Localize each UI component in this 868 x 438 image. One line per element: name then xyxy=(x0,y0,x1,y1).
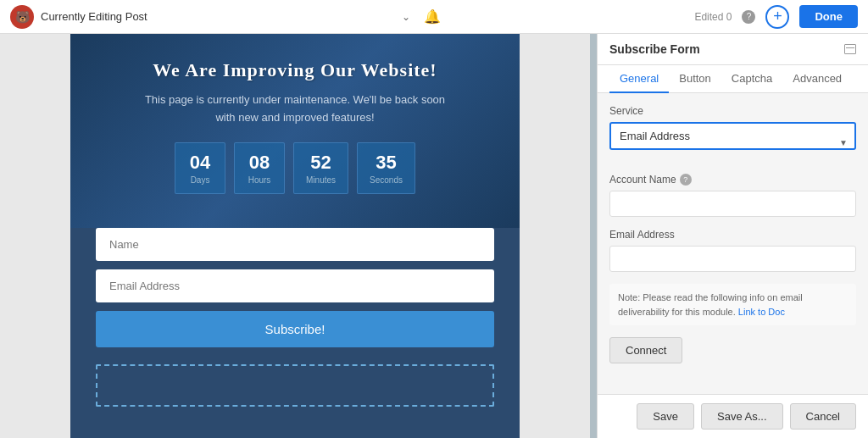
main-content: We Are Improving Our Website! This page … xyxy=(0,34,868,438)
hero-title: We Are Improving Our Website! xyxy=(104,59,486,81)
panel-tabs: General Button Captcha Advanced xyxy=(598,65,868,93)
service-select-wrapper: Email Address ▼ xyxy=(609,122,856,162)
vertical-resize-bar[interactable] xyxy=(590,34,597,438)
account-name-input[interactable] xyxy=(609,191,856,217)
page-preview: We Are Improving Our Website! This page … xyxy=(70,34,520,438)
note-link[interactable]: Link to Doc xyxy=(738,307,785,317)
preview-hero: We Are Improving Our Website! This page … xyxy=(70,34,520,228)
panel-header: Subscribe Form xyxy=(598,34,868,65)
brand-logo: 🐻 xyxy=(10,5,34,29)
bell-icon[interactable]: 🔔 xyxy=(424,8,441,25)
countdown-hours: 08 Hours xyxy=(234,142,285,194)
tab-captcha[interactable]: Captcha xyxy=(721,65,782,93)
form-section: Subscribe! xyxy=(70,228,520,364)
note-text: Note: Please read the following info on … xyxy=(609,284,856,325)
dashed-section xyxy=(96,364,494,407)
email-address-input[interactable] xyxy=(609,246,856,272)
countdown-seconds: 35 Seconds xyxy=(357,142,415,194)
canvas-area: We Are Improving Our Website! This page … xyxy=(0,34,590,438)
add-button[interactable]: + xyxy=(765,5,789,29)
tab-general[interactable]: General xyxy=(609,65,669,93)
tab-advanced[interactable]: Advanced xyxy=(782,65,852,93)
topbar-left: 🐻 Currently Editing Post xyxy=(10,5,147,29)
countdown-days: 04 Days xyxy=(175,142,225,194)
connect-button[interactable]: Connect xyxy=(609,337,682,363)
hero-subtitle: This page is currently under maintenance… xyxy=(104,91,486,127)
subscribe-button[interactable]: Subscribe! xyxy=(96,311,494,347)
tab-button[interactable]: Button xyxy=(669,65,721,93)
save-button[interactable]: Save xyxy=(637,403,694,430)
name-input[interactable] xyxy=(96,228,494,261)
email-address-label: Email Address xyxy=(609,229,856,241)
done-button[interactable]: Done xyxy=(799,5,858,28)
account-name-help-icon[interactable]: ? xyxy=(680,174,692,186)
help-icon[interactable]: ? xyxy=(742,10,755,24)
countdown-minutes: 52 Minutes xyxy=(293,142,348,194)
right-panel: Subscribe Form General Button Captcha Ad… xyxy=(597,34,868,438)
hero-content: We Are Improving Our Website! This page … xyxy=(104,59,486,194)
save-as-button[interactable]: Save As... xyxy=(701,403,783,430)
service-select[interactable]: Email Address xyxy=(609,122,856,150)
panel-title: Subscribe Form xyxy=(609,42,700,56)
panel-footer: Save Save As... Cancel xyxy=(598,394,868,438)
topbar-center: ⌄ 🔔 xyxy=(402,8,441,25)
panel-body: Service Email Address ▼ Account Name ? E… xyxy=(598,93,868,394)
service-label: Service xyxy=(609,105,856,117)
topbar: 🐻 Currently Editing Post ⌄ 🔔 Edited 0 ? … xyxy=(0,0,868,34)
countdown-row: 04 Days 08 Hours 52 Minutes 35 xyxy=(104,142,486,194)
cancel-button[interactable]: Cancel xyxy=(790,403,856,430)
account-name-label: Account Name ? xyxy=(609,174,856,186)
topbar-title: Currently Editing Post xyxy=(41,10,147,23)
edited-label: Edited 0 xyxy=(694,11,732,23)
topbar-right: Edited 0 ? + Done xyxy=(694,5,858,29)
chevron-down-icon[interactable]: ⌄ xyxy=(402,11,410,23)
minimize-icon[interactable] xyxy=(844,44,856,54)
email-input[interactable] xyxy=(96,269,494,302)
